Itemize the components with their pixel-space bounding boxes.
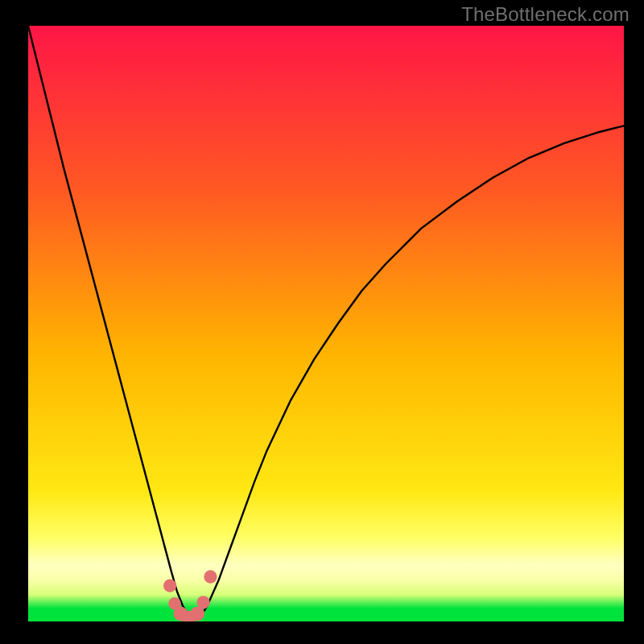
chart-svg <box>28 26 624 621</box>
marker-point <box>196 596 209 609</box>
chart-frame: TheBottleneck.com <box>0 0 644 644</box>
plot-area <box>28 26 624 621</box>
watermark-text: TheBottleneck.com <box>461 3 630 26</box>
marker-point <box>163 579 176 592</box>
marker-point <box>204 570 217 583</box>
gradient-background <box>28 26 624 621</box>
green-band <box>28 609 624 621</box>
